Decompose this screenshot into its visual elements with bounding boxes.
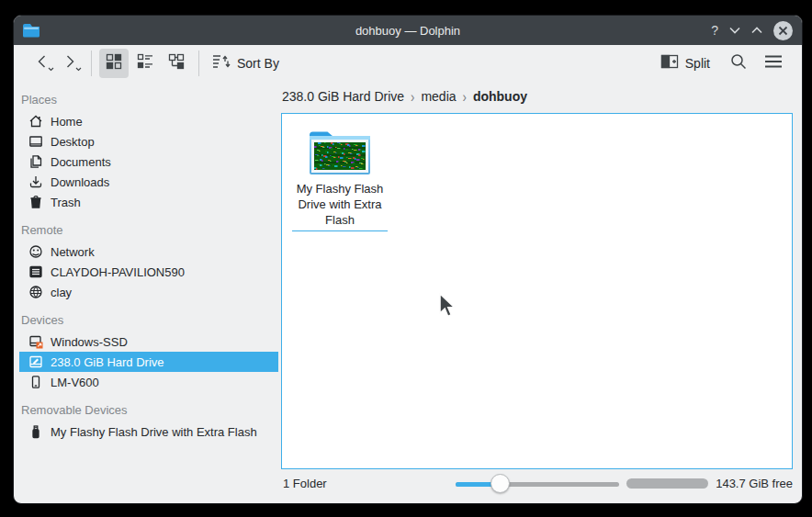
sidebar-section-header: Places (21, 91, 278, 109)
details-view-icon (168, 53, 185, 73)
compact-view-button[interactable] (130, 49, 160, 78)
sidebar-item-label: CLAYDOH-PAVILION590 (51, 265, 185, 279)
sort-by-button[interactable]: Sort By (207, 49, 285, 78)
sidebar-section: DevicesWindows-SSD238.0 GiB Hard DriveLM… (14, 311, 278, 392)
folder-view[interactable]: My Flashy Flash Drive with Extra Flash (281, 113, 793, 469)
sort-by-label: Sort By (237, 56, 279, 71)
close-icon[interactable] (773, 21, 793, 40)
disk-capacity-bar (626, 478, 708, 489)
home-icon (28, 114, 43, 129)
sidebar-item-label: LM-V600 (51, 376, 99, 389)
phone-icon (28, 375, 43, 389)
titlebar[interactable]: dohbuoy — Dolphin ? (14, 16, 802, 45)
maximize-icon[interactable] (751, 27, 762, 34)
sidebar-item-lm-v600[interactable]: LM-V600 (19, 372, 278, 392)
sidebar-item-label: Documents (51, 155, 111, 169)
downloads-icon (28, 174, 43, 189)
sidebar-section-header: Remote (21, 221, 278, 240)
compact-view-icon (137, 53, 153, 73)
sidebar-item-network[interactable]: Network (19, 242, 278, 262)
breadcrumb-separator-icon: › (463, 88, 467, 106)
breadcrumb-separator-icon: › (411, 88, 414, 106)
flash-folder-preview-icon (307, 127, 373, 176)
sidebar-item-clay[interactable]: clay (19, 282, 278, 302)
sidebar-item-label: Trash (51, 196, 81, 209)
sidebar-item-label: Desktop (51, 135, 95, 149)
split-view-icon (660, 54, 679, 73)
sidebar-section-header: Devices (21, 311, 278, 330)
details-view-button[interactable] (162, 49, 191, 78)
zoom-slider-handle[interactable] (491, 474, 510, 493)
statusbar: 1 Folder 143.7 GiB free (281, 468, 793, 500)
sidebar-section: Removable DevicesMy Flashy Flash Drive w… (14, 401, 278, 442)
forward-dropdown-caret-icon (75, 59, 82, 75)
desktop-icon (28, 134, 43, 149)
minimize-icon[interactable] (729, 27, 740, 34)
hdd-edit-icon (28, 354, 43, 369)
sidebar-item-label: Home (51, 115, 83, 129)
back-dropdown-caret-icon (48, 59, 54, 75)
sidebar-item-label: clay (51, 286, 72, 299)
forward-button[interactable] (56, 49, 84, 78)
window-controls: ? (711, 16, 793, 45)
sidebar-item-home[interactable]: Home (19, 111, 278, 131)
toolbar-separator (198, 51, 199, 76)
main-area: 238.0 GiB Hard Drive›media›dohbuoy My Fl… (278, 82, 802, 503)
view-mode-group (99, 49, 191, 78)
sidebar-section-header: Removable Devices (21, 401, 278, 420)
folder-item-label: My Flashy Flash Drive with Extra Flash (292, 181, 388, 231)
toolbar: Sort By Split (14, 45, 802, 82)
breadcrumb-segment[interactable]: 238.0 GiB Hard Drive (282, 89, 404, 104)
hdd-windows-icon (28, 334, 43, 349)
places-panel: PlacesHomeDesktopDocumentsDownloadsTrash… (14, 82, 278, 503)
sidebar-item-documents[interactable]: Documents (19, 152, 278, 172)
sidebar-item-label: Windows-SSD (51, 335, 128, 349)
sidebar-item-label: My Flashy Flash Drive with Extra Flash (51, 425, 257, 439)
sidebar-item-238-0-gib-hard-drive[interactable]: 238.0 GiB Hard Drive (19, 352, 278, 372)
sidebar-item-trash[interactable]: Trash (19, 192, 278, 212)
icons-view-button[interactable] (99, 49, 129, 78)
window-title: dohbuoy — Dolphin (14, 24, 802, 38)
sidebar-section: RemoteNetworkCLAYDOH-PAVILION590clay (14, 221, 278, 302)
folder-item[interactable]: My Flashy Flash Drive with Extra Flash (292, 127, 388, 231)
sidebar-item-desktop[interactable]: Desktop (19, 131, 278, 152)
sort-icon (212, 53, 231, 73)
dolphin-window: dohbuoy — Dolphin ? Sort By Split (13, 15, 803, 504)
trash-icon (28, 195, 43, 209)
search-icon (730, 53, 747, 73)
sidebar-item-downloads[interactable]: Downloads (19, 172, 278, 192)
hamburger-menu-button[interactable] (758, 49, 789, 78)
network-icon (28, 244, 43, 259)
back-button[interactable] (28, 49, 56, 78)
server-icon (28, 264, 43, 279)
sidebar-item-my-flashy-flash-drive-with-extra-flash[interactable]: My Flashy Flash Drive with Extra Flash (19, 421, 278, 442)
help-icon[interactable]: ? (711, 24, 718, 37)
search-button[interactable] (725, 49, 752, 78)
sidebar-item-claydoh-pavilion590[interactable]: CLAYDOH-PAVILION590 (19, 262, 278, 282)
split-label: Split (685, 56, 710, 71)
split-button[interactable]: Split (655, 49, 716, 78)
globe-icon (28, 285, 43, 299)
sidebar-item-label: 238.0 GiB Hard Drive (51, 355, 164, 369)
hamburger-menu-icon (764, 54, 783, 73)
breadcrumb: 238.0 GiB Hard Drive›media›dohbuoy (278, 82, 802, 111)
breadcrumb-segment[interactable]: dohbuoy (473, 89, 527, 104)
free-space-label: 143.7 GiB free (716, 477, 793, 490)
zoom-slider[interactable] (456, 474, 619, 494)
sidebar-section: PlacesHomeDesktopDocumentsDownloadsTrash (14, 91, 278, 212)
sidebar-item-label: Network (51, 245, 95, 259)
sidebar-item-windows-ssd[interactable]: Windows-SSD (19, 332, 278, 352)
toolbar-separator (91, 51, 92, 76)
item-count-label: 1 Folder (283, 477, 327, 490)
breadcrumb-segment[interactable]: media (421, 89, 456, 104)
icons-view-icon (106, 53, 122, 73)
documents-icon (28, 154, 43, 169)
usb-drive-icon (28, 424, 43, 439)
mouse-arrow-cursor (438, 293, 457, 320)
sidebar-item-label: Downloads (51, 175, 109, 189)
window-body: PlacesHomeDesktopDocumentsDownloadsTrash… (14, 82, 802, 503)
